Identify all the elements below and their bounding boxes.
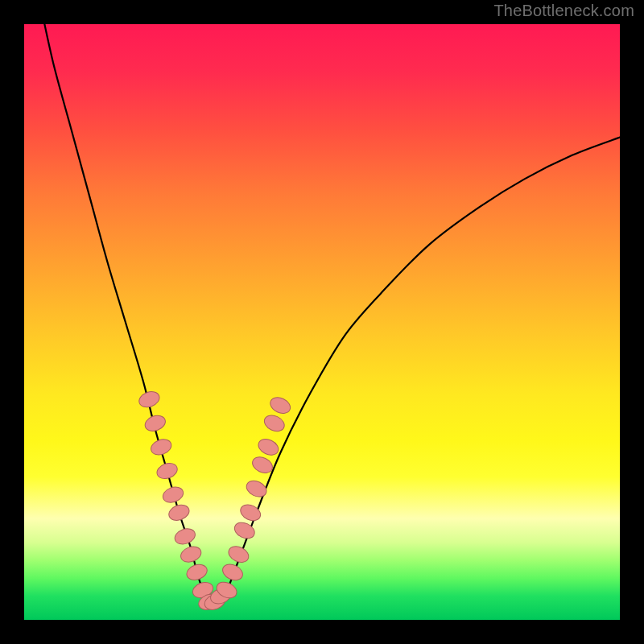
curve-marker: [137, 389, 162, 410]
curve-layer: [24, 24, 620, 620]
curve-markers: [137, 389, 293, 612]
curve-marker: [268, 394, 293, 416]
curve-marker: [220, 561, 245, 583]
curve-marker: [149, 436, 174, 457]
curve-marker: [143, 413, 168, 434]
curve-marker: [226, 543, 251, 565]
curve-marker: [262, 412, 287, 434]
curve-marker: [173, 526, 198, 547]
curve-marker: [155, 460, 180, 481]
curve-marker: [161, 485, 186, 506]
curve-marker: [179, 544, 204, 565]
watermark-text: TheBottleneck.com: [493, 2, 634, 20]
curve-marker: [244, 478, 269, 500]
curve-marker: [256, 436, 281, 458]
curve-marker: [184, 562, 209, 583]
bottleneck-curve: [42, 24, 620, 604]
curve-marker: [167, 502, 192, 523]
chart-area: [24, 24, 620, 620]
